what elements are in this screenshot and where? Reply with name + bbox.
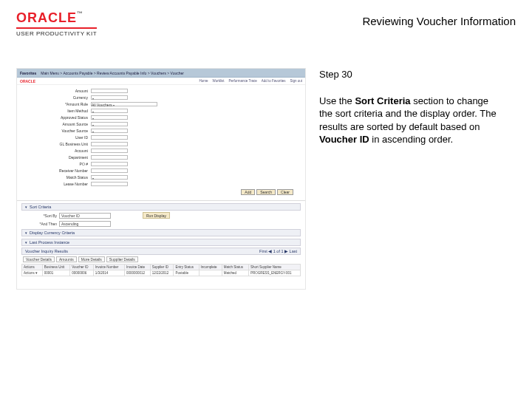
lbl-account: Account	[47, 149, 88, 153]
cell-invoice-no: 1/3/2014	[93, 270, 124, 276]
lbl-match: Match Status	[47, 175, 88, 180]
lbl-gl-bu: GL Business Unit	[47, 142, 88, 146]
instruction-panel: Step 30 Use the Sort Criteria section to…	[319, 68, 504, 290]
lbl-sortby: *Sort By	[27, 214, 57, 218]
user-id-input[interactable]	[91, 135, 128, 140]
app-screenshot: Favorites Main Menu > Accounts Payable >…	[16, 68, 306, 290]
brand-tm: ™	[77, 10, 83, 17]
breadcrumb-fav[interactable]: Favorites	[20, 71, 36, 75]
grid-pager[interactable]: First ◀ 1 of 1 ▶ Last	[259, 249, 297, 253]
instruction-text: Use the Sort Criteria section to change …	[319, 95, 504, 146]
lbl-approved: Approved Status	[47, 115, 88, 120]
table-header-row: Actions Business Unit Voucher ID Invoice…	[22, 265, 301, 270]
lbl-andthen: *And Then	[27, 222, 57, 226]
col-actions[interactable]: Actions	[22, 265, 43, 270]
lbl-item-method: Item Method	[47, 109, 88, 113]
nav-home[interactable]: Home	[200, 79, 208, 83]
results-table: Actions Business Unit Voucher ID Invoice…	[21, 264, 301, 276]
grid-title: Voucher Inquiry Results	[25, 249, 68, 253]
page-title: Reviewing Voucher Information	[362, 10, 516, 27]
col-invoice-no[interactable]: Invoice Number	[93, 265, 124, 270]
search-button[interactable]: Search	[256, 189, 276, 195]
currency-select[interactable]	[91, 95, 128, 100]
clear-button[interactable]: Clear	[277, 189, 293, 195]
breadcrumb-path[interactable]: Main Menu > Accounts Payable > Review Ac…	[41, 71, 184, 75]
po-input[interactable]	[91, 162, 128, 166]
voucher-source-select[interactable]	[91, 129, 128, 133]
chevron-down-icon	[25, 231, 27, 235]
search-form: Amount Currency *Amount RuleAll Vouchers…	[17, 85, 305, 201]
section-label: Last Process Instance	[30, 240, 69, 245]
amount-input[interactable]	[91, 89, 128, 93]
match-status-select[interactable]	[91, 175, 128, 180]
approved-select[interactable]	[91, 115, 128, 120]
lbl-voucher-source: Voucher Source	[47, 129, 88, 133]
lbl-user-id: User ID	[47, 135, 88, 140]
section-display-currency[interactable]: Display Currency Criteria	[21, 229, 301, 236]
section-sort-criteria[interactable]: Sort Criteria	[21, 203, 301, 211]
lbl-amount-rule: *Amount Rule	[47, 102, 88, 106]
cell-invoice-date: 0000000012	[124, 270, 150, 276]
lbl-amount: Amount	[47, 89, 88, 93]
cell-incomplete	[199, 270, 222, 276]
app-logo: ORACLE	[20, 79, 35, 83]
cell-supplier-id: 12/22/2012	[150, 270, 174, 276]
col-bu[interactable]: Business Unit	[42, 265, 70, 270]
nav-perf[interactable]: Performance Trace	[228, 79, 256, 83]
table-row[interactable]: Actions ▾ 00001 00000006 1/3/2014 000000…	[22, 270, 301, 276]
sortby-select[interactable]: Voucher ID	[59, 213, 111, 219]
nav-fav[interactable]: Add to Favorites	[262, 79, 286, 83]
lbl-dept: Department	[47, 155, 88, 160]
col-voucher-id[interactable]: Voucher ID	[70, 265, 94, 270]
amount-source-select[interactable]	[91, 122, 128, 126]
amount-rule-select[interactable]: All Vouchers	[91, 102, 157, 106]
col-invoice-date[interactable]: Invoice Date	[124, 265, 150, 270]
section-label: Display Currency Criteria	[30, 231, 75, 235]
col-incomplete[interactable]: Incomplete	[199, 265, 222, 270]
nav-signout[interactable]: Sign out	[290, 79, 302, 83]
breadcrumb-bar: Favorites Main Menu > Accounts Payable >…	[17, 69, 305, 78]
results-grid: Voucher Inquiry Results First ◀ 1 of 1 ▶…	[21, 248, 301, 276]
step-label: Step 30	[319, 68, 504, 81]
cell-bu: 00001	[42, 270, 70, 276]
app-nav: Home Worklist Performance Trace Add to F…	[200, 79, 302, 83]
col-supplier-id[interactable]: Supplier ID	[150, 265, 174, 270]
tab-amounts[interactable]: Amounts	[56, 256, 77, 262]
cell-match-status: Matched	[222, 270, 248, 276]
cell-voucher-id: 00000006	[70, 270, 94, 276]
receiver-input[interactable]	[91, 168, 128, 173]
col-short-supplier[interactable]: Short Supplier Name	[248, 265, 300, 270]
chevron-down-icon	[25, 205, 27, 209]
col-entry-status[interactable]: Entry Status	[174, 265, 199, 270]
oracle-brand: ORACLE™ USER PRODUCTIVITY KIT	[16, 10, 97, 37]
bold-sort-criteria: Sort Criteria	[355, 95, 410, 106]
lbl-amount-source: Amount Source	[47, 122, 88, 126]
account-input[interactable]	[91, 149, 128, 153]
tab-voucher-details[interactable]: Voucher Details	[23, 256, 55, 262]
section-last-process[interactable]: Last Process Instance	[21, 239, 301, 246]
brand-word: ORACLE	[16, 10, 77, 25]
gl-bu-input[interactable]	[91, 142, 128, 146]
item-method-select[interactable]	[91, 109, 128, 113]
lease-input[interactable]	[91, 182, 128, 186]
department-input[interactable]	[91, 155, 128, 160]
cell-short-supplier: PROGRESS_ENERGY-001	[248, 270, 300, 276]
section-label: Sort Criteria	[30, 205, 51, 209]
sort-criteria-body: *Sort By Voucher ID Run Display *And The…	[27, 212, 295, 227]
grid-tabs: Voucher Details Amounts More Details Sup…	[23, 256, 301, 262]
tab-supplier-details[interactable]: Supplier Details	[106, 256, 138, 262]
cell-actions[interactable]: Actions ▾	[22, 270, 43, 276]
cell-entry-status: Postable	[174, 270, 199, 276]
chevron-down-icon	[25, 240, 27, 245]
lbl-currency: Currency	[47, 95, 88, 100]
tab-more-details[interactable]: More Details	[78, 256, 105, 262]
nav-worklist[interactable]: Worklist	[213, 79, 225, 83]
andthen-select[interactable]: Ascending	[59, 221, 111, 227]
lbl-lease: Lease Number	[47, 182, 88, 186]
run-display-button[interactable]: Run Display	[143, 212, 170, 219]
brand-subtitle: USER PRODUCTIVITY KIT	[16, 27, 97, 37]
bold-voucher-id: Voucher ID	[319, 134, 369, 145]
app-header: ORACLE Home Worklist Performance Trace A…	[17, 78, 305, 85]
add-button[interactable]: Add	[241, 189, 255, 195]
col-match-status[interactable]: Match Status	[222, 265, 248, 270]
